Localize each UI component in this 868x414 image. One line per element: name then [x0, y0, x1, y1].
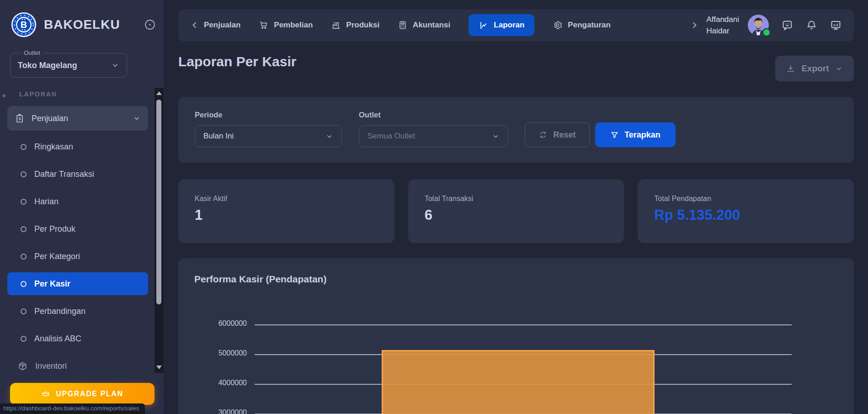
filter-funnel-icon [610, 131, 619, 139]
stat-card-total-pendapatan: Total Pendapatan Rp 5.135.200 [638, 179, 854, 243]
browser-status-url: https://dashboard-dev.bakoelku.com/repor… [0, 403, 145, 414]
y-axis-tick-label: 5000000 [178, 349, 247, 357]
nav-item-laporan[interactable]: Laporan [469, 14, 534, 36]
sidebar-item-daftar-transaksi[interactable]: Daftar Transaksi [7, 163, 148, 186]
section-bullet-dot [2, 94, 5, 97]
nav-item-pengaturan[interactable]: Pengaturan [553, 20, 611, 30]
outlet-label: Outlet [359, 111, 381, 119]
svg-text:B: B [21, 20, 27, 30]
download-icon [786, 64, 795, 73]
y-axis-tick-label: 4000000 [178, 379, 247, 387]
page-title: Laporan Per Kasir [178, 54, 296, 69]
sidebar-item-perbandingan[interactable]: Perbandingan [7, 300, 148, 323]
periode-label: Periode [195, 111, 223, 119]
outlet-selector-label: Outlet [21, 49, 43, 56]
periode-select[interactable]: Bulan Ini [195, 125, 342, 147]
chart-card: Performa Kasir (Pendapatan) 600000050000… [178, 258, 854, 414]
nav-scroll-right-icon[interactable] [690, 21, 699, 30]
sidebar-scrollbar[interactable] [154, 88, 164, 373]
avatar[interactable] [747, 14, 769, 36]
sidebar-item-analisis-abc[interactable]: Analisis ABC [7, 327, 148, 350]
stat-card-kasir-aktif: Kasir Aktif 1 [178, 179, 394, 243]
scrollbar-up-arrow[interactable] [154, 89, 164, 98]
calculator-icon [398, 20, 408, 30]
crown-icon [41, 389, 50, 398]
sidebar-item-harian[interactable]: Harian [7, 190, 148, 213]
nav-item-penjualan[interactable]: Penjualan [204, 21, 240, 30]
upgrade-plan-label: UPGRADE PLAN [56, 390, 123, 398]
chevron-down-icon [492, 133, 500, 140]
circle-icon [21, 226, 27, 232]
factory-icon [331, 20, 341, 30]
scrollbar-down-arrow[interactable] [154, 363, 164, 372]
stat-card-total-transaksi: Total Transaksi 6 [408, 179, 624, 243]
sidebar-section-laporan: LAPORAN [19, 90, 57, 98]
chevron-down-icon [133, 114, 141, 122]
chevron-down-icon [325, 133, 333, 140]
stats-row: Kasir Aktif 1 Total Transaksi 6 Total Pe… [178, 179, 854, 243]
reset-button[interactable]: Reset [525, 122, 590, 147]
user-name[interactable]: Affandani Haidar [706, 14, 739, 37]
main-content: Penjualan Pembelian Produksi [164, 0, 868, 414]
upgrade-plan-button[interactable]: UPGRADE PLAN [10, 383, 154, 405]
sidebar-item-per-produk[interactable]: Per Produk [7, 218, 148, 240]
sales-clipboard-icon: $ [15, 113, 25, 123]
nav-item-produksi[interactable]: Produksi [331, 20, 379, 30]
sidebar-item-label: Penjualan [32, 114, 133, 123]
line-chart-icon [479, 20, 489, 30]
sidebar-menu: $ Penjualan Ringkasan Daftar Transaksi H… [7, 106, 148, 377]
sidebar-item-per-kasir[interactable]: Per Kasir [7, 272, 148, 295]
outlet-selector[interactable]: Outlet Toko Magelang [10, 53, 127, 78]
nav-item-pembelian[interactable]: Pembelian [259, 20, 313, 30]
outlet-select[interactable]: Semua Outlet [359, 125, 508, 147]
cashier-revenue-bar[interactable] [382, 350, 655, 414]
circle-icon [21, 199, 27, 205]
chevron-down-icon [835, 65, 843, 73]
sidebar-item-per-kategori[interactable]: Per Kategori [7, 245, 148, 268]
sidebar-item-inventori[interactable]: Inventori [7, 355, 148, 377]
circle-icon [21, 308, 27, 314]
total-pendapatan-value: Rp 5.135.200 [654, 207, 837, 223]
y-axis-tick-label: 6000000 [178, 319, 247, 328]
kasir-aktif-value: 1 [195, 207, 378, 223]
export-button[interactable]: Export [775, 56, 854, 81]
chevron-down-icon [111, 61, 119, 69]
total-transaksi-value: 6 [425, 207, 608, 223]
package-box-icon [17, 361, 28, 372]
circle-icon [21, 281, 27, 287]
bar-chart: 6000000500000040000003000000 [178, 258, 854, 414]
bell-notifications-icon[interactable] [805, 19, 818, 32]
app-screen: B BAKOELKU Outlet Toko Magelang LAPORAN … [0, 0, 868, 414]
circle-icon [21, 171, 27, 177]
online-status-dot [763, 29, 770, 36]
circle-icon [21, 144, 27, 150]
display-dashboard-icon[interactable] [830, 19, 842, 32]
svg-text:$: $ [19, 117, 21, 121]
brand-header: B BAKOELKU [11, 10, 156, 39]
sidebar-collapse-icon[interactable] [144, 18, 156, 31]
y-axis-tick-label: 3000000 [178, 409, 247, 414]
gear-icon [553, 20, 563, 30]
nav-item-akuntansi[interactable]: Akuntansi [398, 20, 450, 30]
bakoelku-coin-logo-icon: B [11, 12, 37, 37]
circle-icon [21, 336, 27, 342]
circle-icon [21, 254, 27, 260]
scrollbar-thumb[interactable] [156, 100, 161, 304]
filter-panel: Periode Bulan Ini Outlet Semua Outlet Re… [178, 97, 854, 163]
top-navigation-bar: Penjualan Pembelian Produksi [178, 9, 854, 41]
sidebar-item-ringkasan[interactable]: Ringkasan [7, 135, 148, 158]
gridline [255, 324, 792, 325]
chat-feedback-icon[interactable] [781, 19, 793, 32]
shopping-cart-icon [259, 20, 269, 30]
outlet-selector-value: Toko Magelang [18, 61, 111, 70]
nav-scroll-left-icon[interactable] [190, 21, 199, 30]
refresh-icon [538, 130, 548, 139]
brand-name: BAKOELKU [44, 17, 144, 32]
terapkan-apply-button[interactable]: Terapkan [595, 122, 676, 147]
sidebar-item-penjualan[interactable]: $ Penjualan [7, 106, 148, 131]
sidebar: B BAKOELKU Outlet Toko Magelang LAPORAN … [0, 0, 164, 414]
